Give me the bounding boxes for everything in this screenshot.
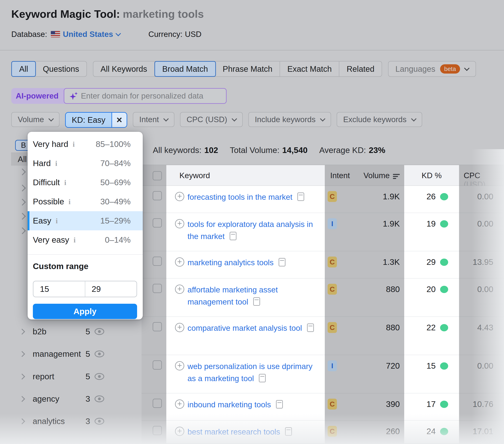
column-header-kd[interactable]: KD %: [404, 165, 459, 186]
kd-option-difficult[interactable]: Difficulti50–69%: [28, 173, 143, 192]
row-checkbox-cell: [142, 186, 166, 213]
apply-button[interactable]: Apply: [33, 304, 137, 319]
include-keywords-button[interactable]: Include keywords: [248, 112, 331, 127]
row-checkbox-cell: [142, 251, 166, 279]
serp-features-icon[interactable]: [307, 323, 314, 332]
chevron-down-icon: [163, 116, 169, 122]
intent-cell: I: [325, 355, 357, 393]
row-checkbox[interactable]: [153, 218, 162, 228]
sidebar-group-count: 5: [86, 327, 90, 336]
kd-option-very-hard[interactable]: Very hardi85–100%: [28, 135, 143, 154]
sidebar-group-label: management: [33, 349, 81, 359]
tab-all[interactable]: All: [11, 61, 36, 77]
domain-input[interactable]: [80, 91, 226, 101]
serp-features-icon[interactable]: [285, 427, 292, 436]
kd-option-label: Hard: [33, 159, 51, 168]
add-to-list-icon[interactable]: [175, 399, 184, 409]
custom-range-inputs: [33, 281, 137, 297]
kd-option-very-easy[interactable]: Very easyi0–14%: [28, 230, 143, 249]
keyword-cell: best market research tools: [166, 421, 325, 444]
intent-filter-button[interactable]: Intent: [133, 112, 175, 127]
filters-row: Volume KD: Easy × Intent CPC (USD) Inclu…: [11, 112, 422, 128]
keywords-table: Keyword Intent Volume KD % CPC (USD) for…: [142, 165, 504, 444]
serp-features-icon[interactable]: [259, 374, 266, 382]
kd-option-label: Very hard: [33, 140, 68, 149]
add-to-list-icon[interactable]: [175, 192, 184, 201]
kd-option-hard[interactable]: Hardi70–84%: [28, 154, 143, 173]
cpc-filter-button[interactable]: CPC (USD): [180, 112, 243, 127]
row-checkbox[interactable]: [153, 284, 162, 293]
sidebar-group-label: agency: [33, 394, 59, 404]
serp-features-icon[interactable]: [297, 193, 304, 201]
tab-exact-match[interactable]: Exact Match: [280, 61, 339, 76]
row-checkbox[interactable]: [153, 257, 162, 266]
column-header-cpc[interactable]: CPC (USD): [459, 165, 504, 186]
database-selector[interactable]: United States: [63, 30, 120, 39]
serp-features-icon[interactable]: [279, 258, 286, 266]
keyword-link[interactable]: affortable marketing asset management to…: [187, 284, 321, 308]
column-header-keyword[interactable]: Keyword: [166, 165, 325, 186]
serp-features-icon[interactable]: [230, 232, 236, 240]
keyword-link[interactable]: forecasting tools in the market: [187, 191, 304, 203]
kd-from-input[interactable]: [34, 281, 85, 297]
tab-all-keywords[interactable]: All Keywords: [93, 61, 155, 76]
kd-filter-chip[interactable]: KD: Easy ×: [65, 112, 127, 128]
row-checkbox[interactable]: [153, 191, 162, 200]
eye-icon[interactable]: [94, 328, 104, 335]
volume-filter-button[interactable]: Volume: [11, 112, 59, 127]
info-icon: i: [73, 236, 76, 244]
add-to-list-icon[interactable]: [175, 284, 184, 294]
languages-dropdown-button[interactable]: Languages beta: [388, 61, 476, 77]
sidebar-group-b2b[interactable]: b2b5: [11, 325, 142, 338]
chevron-right-icon[interactable]: [19, 185, 26, 192]
table-row: marketing analytics tools C1.3K2913.95: [142, 251, 504, 279]
serp-features-icon[interactable]: [253, 297, 260, 306]
row-checkbox[interactable]: [153, 399, 162, 408]
add-to-list-icon[interactable]: [175, 427, 184, 436]
keyword-link[interactable]: marketing analytics tools: [187, 257, 286, 269]
row-checkbox[interactable]: [153, 426, 162, 435]
chevron-right-icon[interactable]: [19, 168, 26, 175]
chevron-right-icon[interactable]: [19, 227, 26, 234]
eye-icon[interactable]: [94, 373, 104, 380]
kd-option-easy[interactable]: Easyi15–29%: [28, 211, 143, 230]
intent-badge-i: I: [328, 360, 337, 371]
exclude-keywords-button[interactable]: Exclude keywords: [337, 112, 422, 127]
keyword-link[interactable]: tools for exploratory data analysis in t…: [187, 218, 321, 242]
eye-icon[interactable]: [94, 418, 104, 425]
tab-related[interactable]: Related: [339, 61, 382, 76]
tab-broad-match[interactable]: Broad Match: [154, 61, 216, 77]
chevron-right-icon[interactable]: [19, 213, 26, 220]
kd-filter-clear-button[interactable]: ×: [111, 113, 126, 127]
sidebar-group-count: 5: [86, 372, 90, 381]
serp-features-icon[interactable]: [276, 400, 283, 408]
keyword-link[interactable]: web personalization is use dprimary as a…: [187, 360, 321, 385]
add-to-list-icon[interactable]: [175, 219, 184, 228]
sidebar-group-management[interactable]: management5: [11, 347, 142, 361]
select-all-checkbox[interactable]: [153, 171, 162, 180]
keyword-link[interactable]: comparative market analysis tool: [187, 322, 314, 334]
eye-icon[interactable]: [94, 351, 104, 357]
row-checkbox[interactable]: [153, 322, 162, 331]
add-to-list-icon[interactable]: [175, 257, 184, 267]
sidebar-group-report[interactable]: report5: [11, 370, 142, 383]
add-to-list-icon[interactable]: [175, 323, 184, 332]
column-header-volume[interactable]: Volume: [357, 165, 404, 186]
select-all-cell: [142, 165, 166, 186]
sidebar-group-label: b2b: [33, 327, 46, 336]
tab-questions[interactable]: Questions: [36, 61, 86, 76]
kd-to-input[interactable]: [85, 281, 137, 297]
add-to-list-icon[interactable]: [175, 361, 184, 371]
row-checkbox[interactable]: [153, 360, 162, 370]
column-header-intent[interactable]: Intent: [325, 165, 357, 186]
kd-value: 24: [426, 427, 436, 436]
kd-option-possible[interactable]: Possiblei30–49%: [28, 192, 143, 211]
chevron-right-icon[interactable]: [19, 199, 26, 206]
eye-icon[interactable]: [94, 395, 104, 402]
sidebar-group-agency[interactable]: agency3: [11, 392, 142, 406]
sidebar-group-analytics[interactable]: analytics3: [11, 415, 142, 428]
keyword-link[interactable]: inbound marketing tools: [187, 399, 283, 411]
tab-phrase-match[interactable]: Phrase Match: [216, 61, 280, 76]
volume-cell: 1.9K: [357, 186, 404, 213]
keyword-link[interactable]: best market research tools: [187, 426, 292, 438]
